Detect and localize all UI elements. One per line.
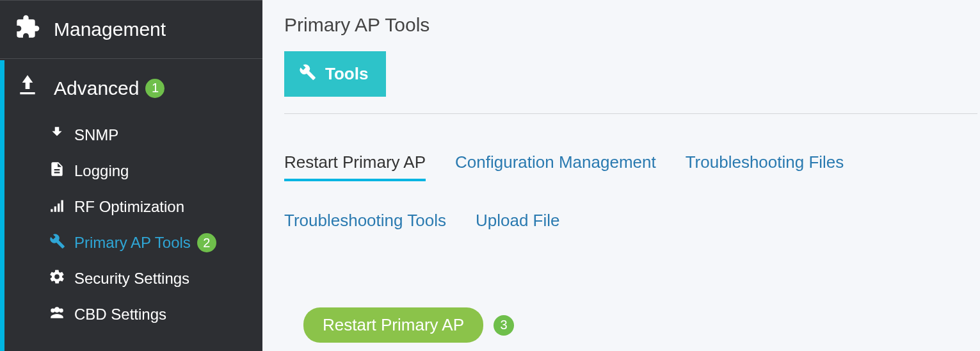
sidebar-item-label: RF Optimization xyxy=(74,198,184,216)
sidebar-item-logging[interactable]: Logging xyxy=(49,153,262,189)
sidebar-item-cbd-settings[interactable]: CBD Settings xyxy=(49,297,262,332)
sidebar: Management Advanced 1 SNMP Logging RF Op… xyxy=(0,0,262,351)
users-icon xyxy=(49,304,65,325)
sidebar-item-snmp[interactable]: SNMP xyxy=(49,117,262,153)
subtab-restart-primary-ap[interactable]: Restart Primary AP xyxy=(284,152,426,181)
subtab-upload-file[interactable]: Upload File xyxy=(476,211,560,237)
step-badge-3: 3 xyxy=(494,315,514,336)
download-icon xyxy=(13,73,42,103)
sidebar-item-label: Management xyxy=(54,19,166,40)
step-badge-2: 2 xyxy=(197,233,216,252)
sidebar-item-label: Logging xyxy=(74,162,129,180)
tools-tab-button[interactable]: Tools xyxy=(284,51,386,97)
arrow-down-icon xyxy=(49,125,65,145)
sidebar-item-label: Primary AP Tools xyxy=(74,234,191,252)
sidebar-active-rail xyxy=(0,60,4,351)
sidebar-item-security-settings[interactable]: Security Settings xyxy=(49,261,262,297)
subtab-bar: Restart Primary AP Configuration Managem… xyxy=(284,152,977,237)
signal-bars-icon xyxy=(49,197,65,217)
document-icon xyxy=(49,161,65,181)
subtab-troubleshooting-files[interactable]: Troubleshooting Files xyxy=(686,152,844,181)
sidebar-item-label: Security Settings xyxy=(74,270,189,288)
restart-primary-ap-button[interactable]: Restart Primary AP xyxy=(303,307,483,343)
main-content: Primary AP Tools Tools Restart Primary A… xyxy=(262,0,980,351)
sidebar-item-label: Advanced xyxy=(54,78,139,99)
action-row: Restart Primary AP 3 xyxy=(303,307,977,343)
sidebar-item-primary-ap-tools[interactable]: Primary AP Tools 2 xyxy=(49,225,262,261)
sidebar-item-management[interactable]: Management xyxy=(0,0,262,58)
sidebar-item-advanced[interactable]: Advanced 1 xyxy=(0,58,262,117)
sidebar-item-label: SNMP xyxy=(74,126,118,144)
gear-icon xyxy=(49,268,65,289)
page-title: Primary AP Tools xyxy=(284,14,977,36)
puzzle-icon xyxy=(13,14,42,44)
wrench-icon xyxy=(298,63,325,85)
tools-tab-label: Tools xyxy=(325,64,368,84)
sidebar-item-rf-optimization[interactable]: RF Optimization xyxy=(49,189,262,225)
sidebar-sublist-advanced: SNMP Logging RF Optimization Primary AP … xyxy=(0,117,262,340)
subtab-troubleshooting-tools[interactable]: Troubleshooting Tools xyxy=(284,211,446,237)
divider xyxy=(284,113,977,114)
wrench-icon xyxy=(49,233,65,253)
subtab-configuration-management[interactable]: Configuration Management xyxy=(455,152,656,181)
step-badge-1: 1 xyxy=(145,79,165,98)
sidebar-item-label: CBD Settings xyxy=(74,306,166,323)
